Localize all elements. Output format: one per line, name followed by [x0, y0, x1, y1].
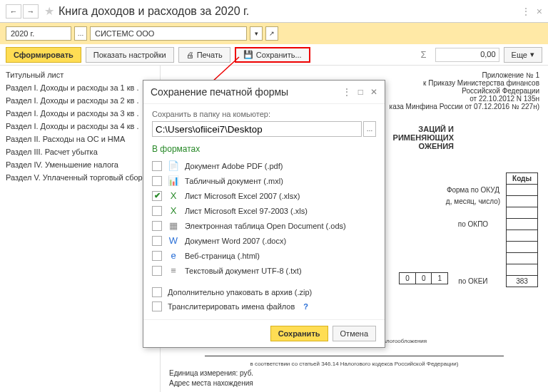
zip-checkbox[interactable] [152, 287, 162, 297]
org-open-button[interactable]: ↗ [265, 26, 278, 41]
x-icon: X [168, 190, 179, 201]
sidebar-item[interactable]: Титульный лист [0, 68, 160, 81]
org-field[interactable]: СИСТЕМС ООО [90, 26, 247, 41]
txt-icon: ≡ [168, 265, 179, 276]
save-button[interactable]: 💾Сохранить... [235, 47, 310, 63]
forward-button[interactable]: → [23, 4, 39, 19]
date-boxes: 001 [399, 272, 448, 284]
sidebar-item[interactable]: Раздел V. Уплаченный торговый сбор [0, 171, 160, 184]
show-settings-button[interactable]: Показать настройки [86, 47, 174, 63]
options-icon[interactable]: ⋮ [521, 6, 531, 17]
pdf-icon: 📄 [168, 160, 179, 171]
dialog-close-icon[interactable]: ✕ [370, 87, 377, 97]
save-path-label: Сохранить в папку на комьютер: [152, 110, 376, 118]
formats-heading: В форматах [152, 144, 376, 154]
format-checkbox[interactable] [152, 161, 162, 171]
printer-icon: 🖨 [186, 51, 194, 59]
format-row: WДокумент Word 2007 (.docx) [152, 233, 376, 248]
format-row: ▦Электронная таблица Open Document (.ods… [152, 218, 376, 233]
format-checkbox[interactable] [152, 221, 162, 231]
filter-bar: 2020 г. … СИСТЕМС ООО ▾ ↗ [0, 23, 548, 44]
translit-checkbox[interactable] [152, 301, 162, 311]
format-row: XЛист Microsoft Excel 97-2003 (.xls) [152, 203, 376, 218]
format-label: Электронная таблица Open Document (.ods) [185, 222, 346, 230]
form-button[interactable]: Сформировать [6, 47, 81, 63]
dialog-titlebar: Сохранение печатной формы ⋮ □ ✕ [143, 81, 385, 104]
dialog-footer: Сохранить Отмена [143, 319, 385, 347]
format-label: Документ Word 2007 (.docx) [185, 237, 286, 245]
format-checkbox[interactable] [152, 266, 162, 276]
sidebar-item[interactable]: Раздел I. Доходы и расходы за 4 кв . [0, 120, 160, 133]
browse-button[interactable]: … [363, 121, 376, 137]
format-label: Лист Microsoft Excel 97-2003 (.xls) [185, 207, 308, 215]
save-path-field[interactable] [152, 121, 362, 137]
toolbar: Сформировать Показать настройки 🖨Печать … [0, 44, 548, 66]
sidebar-item[interactable]: Раздел IV. Уменьшение налога [0, 158, 160, 171]
format-label: Табличный документ (.mxl) [185, 177, 283, 185]
format-label: Веб-страница (.html) [185, 252, 260, 260]
format-row: ≡Текстовый документ UTF-8 (.txt) [152, 263, 376, 278]
sidebar-item[interactable]: Раздел I. Доходы и расходы за 3 кв . [0, 107, 160, 120]
dialog-menu-icon[interactable]: ⋮ [342, 87, 351, 97]
titlebar: ← → ★ Книга доходов и расходов за 2020 г… [0, 0, 548, 23]
dialog-title: Сохранение печатной формы [151, 86, 335, 98]
e-icon: e [168, 250, 179, 261]
mxl-icon: 📊 [168, 175, 179, 186]
dialog-body: Сохранить в папку на комьютер: … В форма… [143, 104, 385, 319]
format-label: Документ Adobe PDF (.pdf) [185, 162, 283, 170]
close-icon[interactable]: × [537, 6, 542, 17]
codes-table: Коды Форма по ОКУД д, месяц, число) по О… [440, 172, 538, 287]
sidebar-item[interactable]: Раздел II. Расходы на ОС и НМА [0, 133, 160, 145]
help-icon[interactable]: ? [303, 302, 308, 311]
translit-label: Транслитерировать имена файлов [168, 302, 295, 311]
zip-label: Дополнительно упаковать в архив (.zip) [168, 288, 312, 296]
format-checkbox[interactable] [152, 251, 162, 261]
save-icon: 💾 [243, 50, 253, 59]
format-label: Текстовый документ UTF-8 (.txt) [185, 267, 302, 275]
format-checkbox[interactable] [152, 176, 162, 186]
format-row: 📄Документ Adobe PDF (.pdf) [152, 158, 376, 173]
format-checkbox[interactable] [152, 206, 162, 216]
format-checkbox[interactable] [152, 236, 162, 246]
x-icon: X [168, 205, 179, 216]
sidebar-item[interactable]: Раздел I. Доходы и расходы за 1 кв . [0, 81, 160, 94]
print-button[interactable]: 🖨Печать [178, 47, 230, 63]
more-button[interactable]: Еще ▾ [504, 47, 542, 63]
sidebar-item[interactable]: Раздел I. Доходы и расходы за 2 кв . [0, 94, 160, 107]
page-title: Книга доходов и расходов за 2020 г. [59, 5, 515, 18]
dialog-save-button[interactable]: Сохранить [270, 326, 328, 341]
save-print-form-dialog: Сохранение печатной формы ⋮ □ ✕ Сохранит… [143, 80, 385, 348]
format-checkbox[interactable]: ✔ [152, 191, 162, 201]
format-row: ✔XЛист Microsoft Excel 2007 (.xlsx) [152, 188, 376, 203]
period-picker-button[interactable]: … [74, 26, 87, 41]
sigma-icon: Σ [417, 49, 431, 60]
w-icon: W [168, 235, 179, 246]
format-row: eВеб-страница (.html) [152, 248, 376, 263]
sum-field[interactable]: 0,00 [435, 48, 499, 62]
sidebar-item[interactable]: Раздел III. Расчет убытка [0, 145, 160, 158]
period-field[interactable]: 2020 г. [6, 26, 71, 41]
dialog-maximize-icon[interactable]: □ [358, 87, 363, 97]
back-button[interactable]: ← [6, 4, 21, 19]
sidebar: Титульный лист Раздел I. Доходы и расход… [0, 66, 161, 392]
formats-list: 📄Документ Adobe PDF (.pdf)📊Табличный док… [152, 158, 376, 278]
format-label: Лист Microsoft Excel 2007 (.xlsx) [185, 192, 300, 200]
org-dropdown-button[interactable]: ▾ [250, 26, 263, 41]
favorite-icon[interactable]: ★ [44, 4, 54, 18]
dialog-cancel-button[interactable]: Отмена [333, 326, 376, 341]
format-row: 📊Табличный документ (.mxl) [152, 173, 376, 188]
ods-icon: ▦ [168, 220, 179, 231]
